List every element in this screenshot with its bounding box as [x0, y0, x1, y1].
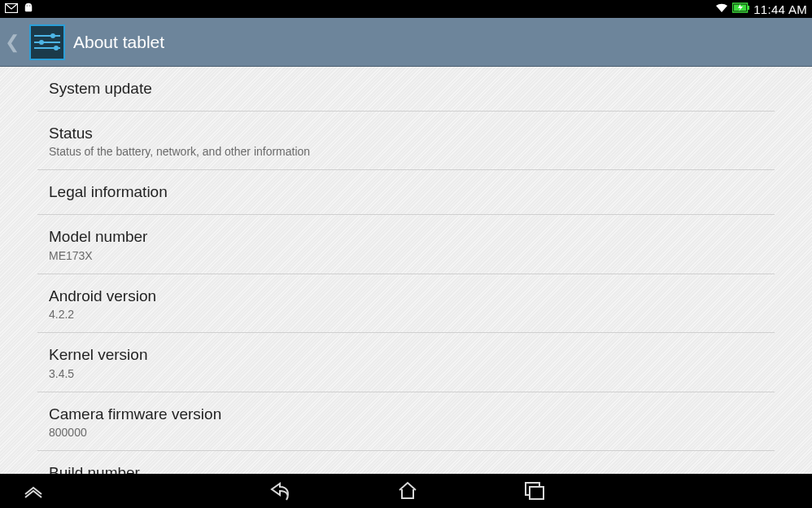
- item-title: Build number: [49, 462, 763, 474]
- item-kernel-version[interactable]: Kernel version 3.4.5: [37, 333, 775, 392]
- nav-recent-icon[interactable]: [524, 481, 545, 501]
- gmail-icon: [5, 3, 18, 15]
- item-subtitle: Status of the battery, network, and othe…: [49, 145, 763, 158]
- back-chevron-icon[interactable]: ❮: [3, 32, 21, 53]
- item-title: Legal information: [49, 182, 763, 203]
- action-bar[interactable]: ❮ About tablet: [0, 18, 812, 67]
- svg-point-2: [29, 5, 30, 6]
- battery-charging-icon: [732, 2, 750, 15]
- item-build-number[interactable]: Build number: [37, 451, 775, 474]
- item-title: Camera firmware version: [49, 404, 763, 425]
- svg-rect-4: [748, 6, 749, 10]
- settings-sliders-icon[interactable]: [29, 24, 65, 60]
- item-title: Model number: [49, 226, 763, 247]
- item-title: Status: [49, 123, 763, 144]
- settings-content[interactable]: System update Status Status of the batte…: [0, 67, 812, 474]
- item-system-update[interactable]: System update: [37, 67, 775, 112]
- status-time: 11:44 AM: [753, 2, 807, 16]
- item-camera-firmware-version[interactable]: Camera firmware version 800000: [37, 392, 775, 452]
- svg-point-1: [27, 5, 28, 6]
- android-icon: [23, 2, 34, 16]
- item-title: System update: [49, 78, 763, 99]
- item-subtitle: 3.4.5: [49, 367, 763, 380]
- item-subtitle: ME173X: [49, 249, 763, 262]
- item-android-version[interactable]: Android version 4.2.2: [37, 274, 775, 334]
- wifi-icon: [714, 2, 729, 16]
- status-bar: 11:44 AM: [0, 0, 812, 18]
- navigation-bar: [0, 474, 812, 508]
- item-subtitle: 800000: [49, 426, 763, 439]
- nav-home-icon[interactable]: [397, 480, 418, 501]
- nav-expand-icon[interactable]: [23, 483, 44, 499]
- item-status[interactable]: Status Status of the battery, network, a…: [37, 112, 775, 171]
- item-legal-information[interactable]: Legal information: [37, 170, 775, 215]
- item-model-number[interactable]: Model number ME173X: [37, 215, 775, 274]
- svg-rect-7: [530, 487, 544, 499]
- page-title: About tablet: [73, 33, 164, 52]
- item-subtitle: 4.2.2: [49, 308, 763, 321]
- item-title: Android version: [49, 286, 763, 307]
- item-title: Kernel version: [49, 344, 763, 366]
- nav-back-icon[interactable]: [267, 480, 291, 501]
